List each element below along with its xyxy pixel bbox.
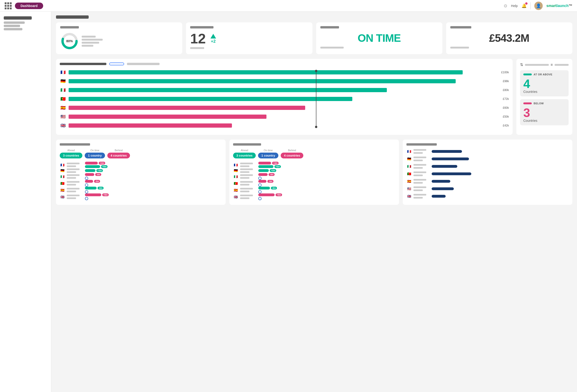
bar: [69, 114, 266, 119]
toggle-dot[interactable]: [258, 197, 261, 200]
mini-flag: 🇫🇷: [60, 162, 65, 168]
grid-icon[interactable]: [5, 2, 12, 9]
mini-bar-pill: [258, 162, 271, 165]
mini-bar-area: +4m+6m: [258, 162, 395, 168]
donut-value: 80%: [66, 39, 73, 43]
toggle-dot[interactable]: [85, 177, 88, 180]
mini-label-lines: [413, 172, 430, 176]
flag-icon: 🇮🇹: [60, 87, 66, 93]
mini-tag: -3m: [94, 180, 100, 183]
mini-label-lines: [413, 186, 430, 191]
chart-ctrl-bar-gray: [127, 63, 160, 65]
toggle-dot[interactable]: [85, 183, 88, 187]
chart-pill-filter[interactable]: [109, 63, 124, 65]
bar: [69, 123, 232, 128]
donut-chart: 80%: [60, 32, 79, 50]
sidebar-title-bar: [4, 16, 32, 20]
mini-tag: +6m: [101, 165, 108, 168]
sidebar-line-1: [4, 21, 25, 24]
bar-row: 🇫🇷£100k: [60, 69, 509, 76]
mini-row: 🇩🇪+3m: [60, 168, 222, 173]
help-label[interactable]: Help: [511, 4, 518, 8]
bar-container: [69, 114, 499, 119]
filter-icon[interactable]: ≡: [551, 63, 553, 67]
mini-bar-area: +8m: [258, 193, 395, 200]
right-mini-row: 🇪🇸: [406, 179, 569, 184]
mini-label-lines: [413, 164, 430, 169]
status-badge: 3 countries: [60, 153, 82, 158]
bar-row: 🇵🇹£72k: [60, 96, 509, 102]
page-heading: [56, 15, 89, 19]
right-bar: [432, 150, 462, 153]
metric-label-2: [190, 26, 214, 29]
metric-sublabel-4: [450, 47, 469, 48]
bottom-card-1: Ahead3 countriesOn time1 countryBehind4 …: [229, 140, 399, 205]
legend-above-color: [523, 73, 532, 75]
bottom-title-1: [233, 143, 261, 145]
status-col-label: Ahead: [68, 149, 75, 152]
mini-row: 🇪🇸-6m: [233, 187, 395, 193]
mini-label-lines: [240, 174, 256, 179]
mini-row: 🇩🇪+3m: [233, 168, 395, 173]
status-badge: 4 countries: [281, 153, 303, 158]
mini-bar-row: +6m: [258, 165, 395, 168]
mini-label-lines: [240, 195, 256, 199]
toggle-dot[interactable]: [85, 197, 88, 200]
mini-row: 🇪🇸-6m: [60, 187, 222, 193]
mini-bar-row: [258, 177, 395, 180]
mini-bar-row: -3m: [85, 180, 222, 183]
help-icon[interactable]: ⊙: [504, 3, 507, 8]
donut-line-4: [82, 45, 93, 47]
chart-main: 🇫🇷£100k🇩🇪£98k🇮🇹£80k🇵🇹£72k🇪🇸£60k🇺🇸£50k🇬🇧£…: [56, 59, 513, 135]
bar-row: 🇩🇪£98k: [60, 78, 509, 84]
mini-tag: -3m: [267, 180, 273, 183]
notification-icon[interactable]: 🔔: [521, 3, 527, 8]
bar-area: [432, 150, 569, 153]
right-bar: [432, 157, 469, 160]
bar-area: [432, 187, 569, 190]
mini-tag: -4m: [269, 173, 275, 176]
bar-area: [432, 165, 569, 168]
sort-icon[interactable]: ⇅: [520, 63, 523, 67]
mini-bar-row: -3m: [258, 180, 395, 183]
right-mini-row: 🇺🇸: [406, 186, 569, 191]
bottom-title-2: [406, 143, 437, 145]
nav-divider: [530, 2, 531, 9]
mini-tag: +3m: [96, 169, 103, 172]
toggle-dot[interactable]: [85, 190, 88, 193]
sidebar-line-3: [4, 28, 22, 30]
toggle-dot[interactable]: [258, 177, 261, 180]
mini-flag: 🇪🇸: [60, 188, 65, 193]
metric-label-4: [450, 26, 471, 29]
metric-card-ontime: ON TIME: [316, 22, 442, 54]
bar-area: [432, 180, 569, 183]
status-col: On time1 country: [258, 149, 278, 158]
toggle-dot[interactable]: [258, 183, 261, 187]
avatar[interactable]: 👤: [534, 2, 543, 10]
bar-container: [69, 97, 499, 101]
mini-label-lines: [240, 181, 256, 185]
arrow-up-icon: [211, 34, 216, 38]
mini-bar-pill: [85, 165, 100, 168]
mini-bar-area: +3m: [258, 169, 395, 172]
mini-bar-row: [85, 190, 222, 193]
mini-bar-row: -4m: [258, 173, 395, 176]
mini-flag: 🇬🇧: [60, 194, 65, 200]
right-mini-row: 🇩🇪: [406, 156, 569, 161]
legend-below-label: BELOW: [534, 102, 544, 105]
status-row: Ahead3 countriesOn time1 countryBehind4 …: [60, 149, 222, 158]
toggle-dot[interactable]: [258, 190, 261, 193]
bar: [69, 79, 456, 83]
mini-bar-pill: [85, 180, 93, 183]
mini-flag: 🇮🇹: [60, 174, 65, 179]
ontime-text: ON TIME: [358, 32, 401, 44]
status-col-label: On time: [264, 149, 273, 152]
right-mini-row: 🇮🇹: [406, 164, 569, 169]
mini-flag: 🇵🇹: [60, 181, 65, 186]
sidebar-line-2: [4, 25, 20, 27]
status-col: Ahead3 countries: [233, 149, 256, 158]
donut-line-2: [82, 39, 103, 41]
bar-chart: 🇫🇷£100k🇩🇪£98k🇮🇹£80k🇵🇹£72k🇪🇸£60k🇺🇸£50k🇬🇧£…: [60, 69, 509, 129]
status-col-label: Behind: [288, 149, 296, 152]
nav-pill[interactable]: Dashboard: [15, 2, 43, 9]
